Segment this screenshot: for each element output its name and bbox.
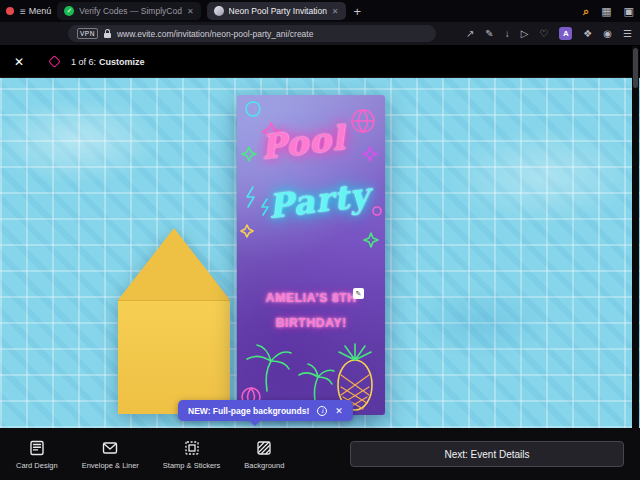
browser-menu-icon[interactable]: ☰ (623, 28, 632, 39)
envelope-preview[interactable] (118, 228, 230, 414)
shield-check-icon: ✓ (64, 6, 74, 16)
invitation-tag-icon (48, 55, 61, 68)
new-feature-tooltip: NEW: Full-page backgrounds! i ✕ (178, 400, 353, 421)
tab-neon-pool-party[interactable]: Neon Pool Party Invitation ✕ (207, 2, 346, 20)
tool-card-design[interactable]: Card Design (16, 439, 58, 470)
invitation-card[interactable]: Pool Party AMELIA’S 8TH BIRTHDAY! (237, 95, 385, 415)
extensions-icon[interactable]: ❖ (583, 28, 592, 39)
window-controls-icon[interactable]: ▣ (624, 5, 634, 18)
tool-label: Card Design (16, 461, 58, 470)
url-text[interactable]: www.evite.com/invitation/neon-pool-party… (117, 29, 314, 39)
window-indicator-dot (6, 7, 14, 15)
info-icon[interactable]: i (317, 406, 327, 416)
bookmark-heart-icon[interactable]: ♡ (539, 28, 548, 39)
card-birthday-line[interactable]: BIRTHDAY! (237, 316, 385, 330)
design-canvas: Pool Party AMELIA’S 8TH BIRTHDAY! NEW: F… (0, 78, 640, 428)
next-event-details-button[interactable]: Next: Event Details (350, 441, 624, 467)
hamburger-icon: ≡ (20, 6, 26, 17)
step-name: Customize (99, 57, 145, 67)
edit-text-icon[interactable] (353, 288, 364, 299)
tool-stamp-stickers[interactable]: Stamp & Stickers (163, 439, 221, 470)
tool-label: Envelope & Liner (82, 461, 139, 470)
stamp-icon (183, 439, 201, 457)
browser-window: ≡ Menú ✓ Verify Codes — SimplyCod ✕ Neon… (0, 0, 640, 480)
search-icon[interactable]: ⌕ (583, 5, 589, 18)
evite-favicon (214, 6, 224, 16)
share-icon[interactable]: ↗ (466, 28, 474, 39)
tab-title: Verify Codes — SimplyCod (79, 6, 182, 16)
tab-grid-icon[interactable]: ▦ (601, 5, 611, 18)
page-scrollbar[interactable] (632, 46, 639, 428)
envelope-icon (101, 439, 119, 457)
tool-envelope-liner[interactable]: Envelope & Liner (82, 439, 139, 470)
app-menu-button[interactable]: ≡ Menú (20, 6, 51, 17)
tooltip-close-icon[interactable]: ✕ (335, 406, 343, 416)
new-tab-button[interactable]: + (354, 5, 362, 18)
edit-page-icon[interactable]: ✎ (485, 28, 493, 39)
envelope-flap (118, 228, 230, 300)
tab-close-icon[interactable]: ✕ (187, 7, 194, 16)
step-count: 1 of 6: (71, 57, 96, 67)
editor-toolbar: Card Design Envelope & Liner Stamp & Sti… (0, 428, 640, 480)
tool-label: Background (244, 461, 284, 470)
app-menu-label: Menú (29, 6, 52, 16)
url-bar: VPN www.evite.com/invitation/neon-pool-p… (0, 22, 640, 46)
close-editor-button[interactable]: ✕ (14, 55, 24, 69)
download-icon[interactable]: ↓ (505, 28, 510, 39)
card-title-party: Party (243, 172, 385, 229)
vpn-badge[interactable]: VPN (77, 28, 98, 39)
tab-verify-codes[interactable]: ✓ Verify Codes — SimplyCod ✕ (57, 2, 200, 20)
envelope-body (118, 300, 230, 414)
profile-avatar[interactable]: A (559, 27, 572, 40)
tool-background[interactable]: Background (244, 439, 284, 470)
account-icon[interactable]: ◉ (603, 28, 612, 39)
address-field[interactable]: VPN www.evite.com/invitation/neon-pool-p… (68, 25, 436, 42)
tab-strip: ≡ Menú ✓ Verify Codes — SimplyCod ✕ Neon… (0, 0, 640, 22)
background-icon (255, 439, 273, 457)
tool-label: Stamp & Stickers (163, 461, 221, 470)
lock-icon[interactable] (104, 33, 111, 38)
tab-close-icon[interactable]: ✕ (332, 7, 339, 16)
tooltip-text: NEW: Full-page backgrounds! (188, 406, 309, 416)
card-design-icon (28, 439, 46, 457)
step-indicator: 1 of 6:Customize (71, 57, 145, 67)
reader-play-icon[interactable]: ▷ (521, 28, 529, 39)
tab-title: Neon Pool Party Invitation (229, 6, 327, 16)
card-title-pool: Pool (237, 114, 379, 171)
customize-step-bar: ✕ 1 of 6:Customize (0, 46, 640, 78)
scrollbar-thumb[interactable] (633, 48, 638, 88)
